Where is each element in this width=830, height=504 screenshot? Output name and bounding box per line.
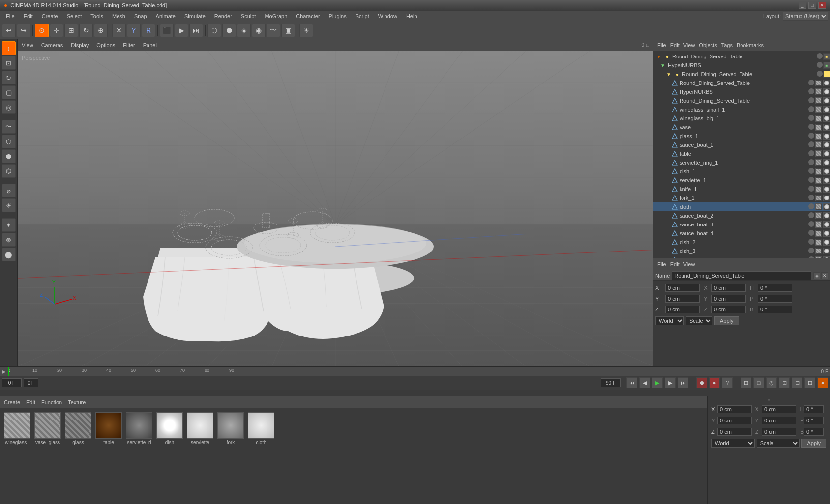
tool-loop[interactable]: ◎ (2, 100, 16, 114)
knife_1-vis[interactable] (808, 186, 814, 192)
b-coord-input[interactable] (804, 428, 824, 436)
scale-select[interactable]: Scale Size (686, 316, 712, 325)
tree-item-serviette_ring_1[interactable]: serviette_ring_1 (653, 158, 830, 167)
mat-table[interactable]: table (95, 412, 122, 445)
attr-icon-2[interactable]: ✕ (821, 272, 828, 279)
tree-item-sauce_boat_1[interactable]: sauce_boat_1 (653, 140, 830, 149)
tree-item-sauce_boat_2[interactable]: sauce_boat_2 (653, 211, 830, 220)
apply-button[interactable]: Apply (714, 316, 739, 325)
mat-vase-glass[interactable]: vase_glass (34, 412, 61, 445)
view-texture-button[interactable]: ▣ (281, 24, 295, 37)
scale-tool-button[interactable]: ⊞ (64, 24, 78, 37)
end-frame-input[interactable] (601, 378, 621, 387)
redo-button[interactable]: ↪ (17, 24, 30, 37)
round_dining_served_table_root-vis[interactable] (808, 80, 814, 85)
tree-item-round_dining_served_table[interactable]: Round_Dining_Served_Table (653, 96, 830, 105)
tool-light[interactable]: ☀ (2, 198, 16, 212)
viewport-menu-options[interactable]: Options (96, 42, 115, 48)
tl-help[interactable]: ? (722, 377, 733, 388)
tree-item-cloth[interactable]: cloth (653, 202, 830, 211)
current-frame-input2[interactable] (24, 378, 38, 387)
table-vis[interactable] (808, 150, 814, 156)
view-cube-button[interactable]: ⬡ (208, 24, 221, 37)
b-val-input[interactable] (758, 306, 792, 313)
mat-texture-tab[interactable]: Texture (68, 399, 86, 405)
rds-vis-icon[interactable] (817, 71, 823, 77)
p-coord-input[interactable] (804, 417, 824, 424)
mat-edit-tab[interactable]: Edit (26, 399, 35, 405)
sauce_boat_4-vis[interactable] (808, 230, 814, 236)
mat-fork[interactable]: fork (217, 412, 244, 445)
rot-p-input[interactable] (711, 295, 746, 303)
mat-create-tab[interactable]: Create (4, 399, 20, 405)
menu-snap[interactable]: Snap (130, 12, 151, 20)
menu-select[interactable]: Select (63, 12, 86, 20)
obj-edit-tab[interactable]: Edit (670, 42, 680, 48)
menu-mesh[interactable]: Mesh (108, 12, 129, 20)
tool-primitive[interactable]: ⬢ (2, 149, 16, 163)
tool-deformer[interactable]: ⊛ (2, 233, 16, 247)
tree-item-dish_1[interactable]: dish_1 (653, 167, 830, 176)
cloth-vis[interactable] (808, 203, 814, 209)
render-region-button[interactable]: ✕ (112, 24, 126, 37)
rot-h-input[interactable] (711, 284, 746, 292)
tree-item-fork_1[interactable]: fork_1 (653, 194, 830, 202)
mat-glass[interactable]: glass (65, 412, 91, 445)
viewport-menu-filter[interactable]: Filter (123, 42, 135, 48)
h-coord-input[interactable] (804, 405, 824, 413)
view-polygon-button[interactable]: ⬢ (222, 24, 236, 37)
obj-tags-tab[interactable]: Tags (721, 42, 733, 48)
tree-item-sauce_boat_4[interactable]: sauce_boat_4 (653, 229, 830, 238)
menu-window[interactable]: Window (374, 12, 401, 20)
menu-sculpt[interactable]: Sculpt (237, 12, 260, 20)
tl-key-points[interactable]: ⊞ (804, 377, 815, 388)
tl-record-all[interactable]: ⏺ (696, 377, 707, 388)
tool-spline[interactable]: 〜 (2, 120, 16, 134)
obj-bookmarks-tab[interactable]: Bookmarks (737, 42, 764, 48)
tree-item-hypernurbs[interactable]: ▼ HyperNURBS ■ (653, 61, 830, 70)
tl-record[interactable]: ● (709, 377, 720, 388)
cz2-input[interactable] (762, 428, 796, 436)
anim-step-button[interactable]: ⏭ (189, 24, 203, 37)
undo-button[interactable]: ↩ (2, 24, 16, 37)
tl-key-all[interactable]: ⊞ (741, 377, 751, 388)
serviette_ring_1-vis[interactable] (808, 159, 814, 165)
menu-tools[interactable]: Tools (87, 12, 107, 20)
current-frame-input[interactable] (2, 378, 22, 387)
fork_1-vis[interactable] (808, 195, 814, 200)
tl-key-rot[interactable]: ◎ (766, 377, 777, 388)
tree-item-serviette_1[interactable]: serviette_1 (653, 176, 830, 185)
tree-item-sauce_boat_3[interactable]: sauce_boat_3 (653, 220, 830, 229)
menu-file[interactable]: File (2, 12, 19, 20)
cy-input[interactable] (717, 417, 752, 424)
cx2-input[interactable] (762, 405, 796, 413)
tl-play[interactable]: ▶ (652, 377, 663, 388)
tl-autokey[interactable]: ● (817, 377, 828, 388)
attr-view-tab[interactable]: View (683, 261, 695, 267)
viewport-menu-panel[interactable]: Panel (143, 42, 157, 48)
round_dining_served_table-vis[interactable] (808, 97, 814, 103)
p-val-input[interactable] (758, 295, 792, 303)
tool-polygon[interactable]: ⬡ (2, 135, 16, 148)
tl-prev-frame[interactable]: ◀ (639, 377, 650, 388)
tool-move[interactable]: ↕ (2, 41, 16, 55)
tree-item-glass_1[interactable]: glass_1 (653, 132, 830, 140)
viewport-menu-cameras[interactable]: Cameras (41, 42, 63, 48)
hyper_nurbs-vis[interactable] (808, 88, 814, 94)
cz-input[interactable] (717, 428, 752, 436)
dish_3-vis[interactable] (808, 248, 814, 253)
sauce_boat_1-vis[interactable] (808, 141, 814, 147)
name-input[interactable] (672, 271, 811, 280)
tool-scene[interactable]: ⬤ (2, 248, 16, 261)
obj-objects-tab[interactable]: Objects (699, 42, 717, 48)
tree-item-round_dining_served_table_root[interactable]: Round_Dining_Served_Table (653, 79, 830, 87)
obj-view-tab[interactable]: View (683, 42, 695, 48)
tool-rotate[interactable]: ↻ (2, 71, 16, 84)
rot-b-input[interactable] (711, 306, 746, 313)
cx-input[interactable] (717, 405, 752, 413)
view-edge-button[interactable]: ◈ (237, 24, 251, 37)
menu-script[interactable]: Script (352, 12, 373, 20)
tl-goto-start[interactable]: ⏮ (626, 377, 637, 388)
tool-fx[interactable]: ✦ (2, 218, 16, 232)
minimize-button[interactable]: _ (799, 2, 806, 9)
